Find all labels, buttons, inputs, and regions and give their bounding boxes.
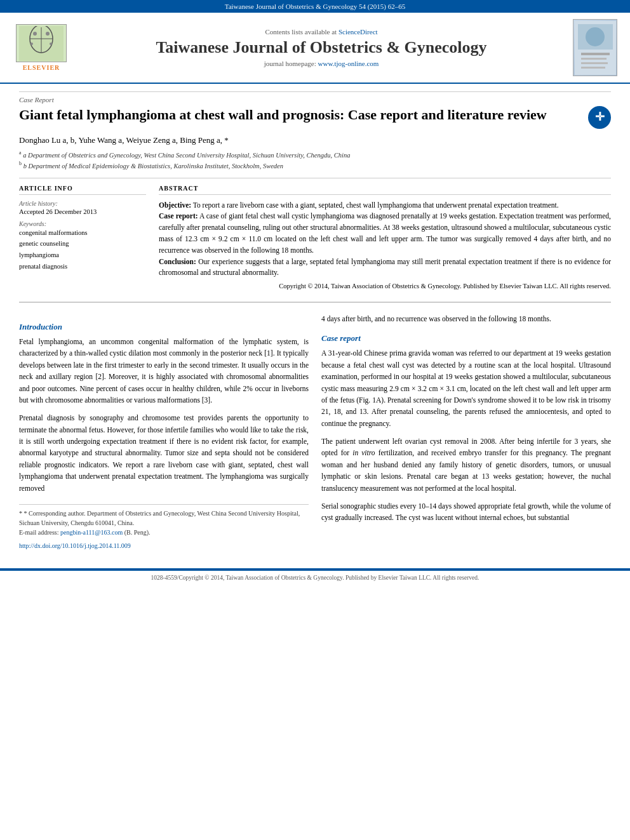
article-info-title: ARTICLE INFO bbox=[19, 185, 146, 195]
keywords-section: Keywords: congenital malformations genet… bbox=[19, 220, 146, 272]
elsevier-logo: ELSEVIER bbox=[13, 24, 70, 71]
keywords-list: congenital malformations genetic counsel… bbox=[19, 227, 146, 272]
main-content: Case Report Giant fetal lymphangioma at … bbox=[0, 91, 630, 562]
homepage-link[interactable]: www.tjog-online.com bbox=[318, 60, 379, 67]
abstract-copyright: Copyright © 2014, Taiwan Association of … bbox=[159, 281, 611, 291]
svg-rect-14 bbox=[581, 67, 605, 69]
keyword-4: prenatal diagnosis bbox=[19, 261, 146, 272]
footnote-email: E-mail address: pengbin-a111@163.com (B.… bbox=[19, 528, 309, 537]
keyword-1: congenital malformations bbox=[19, 227, 146, 239]
svg-point-5 bbox=[46, 32, 50, 36]
case-report-label: Case report: bbox=[159, 212, 198, 220]
journal-center: Contents lists available at ScienceDirec… bbox=[70, 28, 573, 67]
body-content: Introduction Fetal lymphangioma, an unco… bbox=[19, 313, 611, 549]
authors-line: Donghao Lu a, b, Yuhe Wang a, Weiyue Zen… bbox=[19, 135, 611, 145]
journal-homepage: journal homepage: www.tjog-online.com bbox=[70, 60, 573, 67]
crossmark: ✛ bbox=[588, 106, 611, 129]
crossmark-icon: ✛ bbox=[588, 106, 611, 129]
case-report-heading: Case report bbox=[321, 333, 611, 343]
footnote-section: * * Corresponding author. Department of … bbox=[19, 504, 309, 537]
abstract-title: ABSTRACT bbox=[159, 185, 611, 195]
article-info-panel: ARTICLE INFO Article history: Accepted 2… bbox=[19, 185, 146, 291]
footnote-corresponding-label: * Corresponding author. bbox=[24, 510, 86, 517]
intro-continuation: 4 days after birth, and no recurrence wa… bbox=[321, 313, 611, 324]
article-title: Giant fetal lymphangioma at chest wall a… bbox=[19, 106, 580, 124]
body-left-column: Introduction Fetal lymphangioma, an unco… bbox=[19, 313, 309, 549]
svg-point-7 bbox=[50, 43, 52, 45]
affiliations: a a Department of Obstetrics and Gynecol… bbox=[19, 149, 611, 171]
keywords-label: Keywords: bbox=[19, 220, 146, 227]
journal-title: Taiwanese Journal of Obstetrics & Gyneco… bbox=[70, 38, 573, 57]
svg-rect-12 bbox=[581, 58, 607, 60]
introduction-heading: Introduction bbox=[19, 322, 309, 332]
section-label: Case Report bbox=[19, 91, 611, 103]
affiliation-a: a a Department of Obstetrics and Gynecol… bbox=[19, 149, 611, 160]
contents-label: Contents lists available at bbox=[265, 28, 337, 36]
email-label: E-mail address: bbox=[19, 529, 58, 536]
footnote-star: * bbox=[19, 510, 24, 517]
bottom-copyright: 1028-4559/Copyright © 2014, Taiwan Assoc… bbox=[0, 571, 630, 585]
conclusion-label: Conclusion: bbox=[159, 258, 196, 265]
case-report-para1: A 31-year-old Chinese prima gravida woma… bbox=[321, 347, 611, 429]
abstract-text: Objective: To report a rare liveborn cas… bbox=[159, 200, 611, 279]
info-abstract-section: ARTICLE INFO Article history: Accepted 2… bbox=[19, 178, 611, 291]
accepted-date: Accepted 26 December 2013 bbox=[19, 208, 146, 215]
introduction-para1: Fetal lymphangioma, an uncommon congenit… bbox=[19, 336, 309, 406]
affiliation-b: b b Department of Medical Epidemiology &… bbox=[19, 160, 611, 171]
case-report-text: A case of giant fetal chest wall cystic … bbox=[159, 212, 611, 253]
section-divider bbox=[19, 302, 611, 303]
email-suffix: (B. Peng). bbox=[124, 529, 151, 536]
footnote-corresponding: * * Corresponding author. Department of … bbox=[19, 509, 309, 528]
body-right-column: 4 days after birth, and no recurrence wa… bbox=[321, 313, 611, 549]
article-title-container: Giant fetal lymphangioma at chest wall a… bbox=[19, 106, 611, 129]
svg-point-6 bbox=[30, 43, 33, 45]
keyword-2: genetic counseling bbox=[19, 238, 146, 250]
case-report-para3: Serial sonographic studies every 10–14 d… bbox=[321, 500, 611, 524]
svg-point-10 bbox=[586, 27, 605, 46]
conclusion-text: Our experience suggests that a large, se… bbox=[159, 258, 611, 277]
sciencedirect-link[interactable]: ScienceDirect bbox=[338, 28, 378, 36]
svg-point-4 bbox=[33, 32, 37, 36]
abstract-panel: ABSTRACT Objective: To report a rare liv… bbox=[159, 185, 611, 291]
email-link[interactable]: pengbin-a111@163.com bbox=[60, 529, 123, 536]
introduction-para2: Prenatal diagnosis by sonography and chr… bbox=[19, 412, 309, 494]
doi-link[interactable]: http://dx.doi.org/10.1016/j.tjog.2014.11… bbox=[19, 542, 131, 549]
top-bar: Taiwanese Journal of Obstetrics & Gyneco… bbox=[0, 0, 630, 13]
svg-rect-11 bbox=[581, 53, 610, 55]
journal-header: ELSEVIER Contents lists available at Sci… bbox=[0, 13, 630, 84]
journal-thumbnail bbox=[573, 19, 617, 76]
history-label: Article history: bbox=[19, 200, 146, 207]
elsevier-logo-image bbox=[16, 24, 67, 62]
svg-rect-13 bbox=[581, 62, 608, 64]
homepage-label: journal homepage: bbox=[264, 60, 316, 67]
keyword-3: lymphangioma bbox=[19, 250, 146, 261]
elsevier-brand-label: ELSEVIER bbox=[23, 64, 60, 71]
contents-line: Contents lists available at ScienceDirec… bbox=[70, 28, 573, 36]
top-bar-text: Taiwanese Journal of Obstetrics & Gyneco… bbox=[225, 3, 406, 10]
objective-label: Objective: bbox=[159, 201, 191, 209]
doi-line: http://dx.doi.org/10.1016/j.tjog.2014.11… bbox=[19, 542, 309, 549]
case-report-para2: The patient underwent left ovarian cyst … bbox=[321, 436, 611, 494]
objective-text: To report a rare liveborn case with a gi… bbox=[193, 201, 559, 209]
